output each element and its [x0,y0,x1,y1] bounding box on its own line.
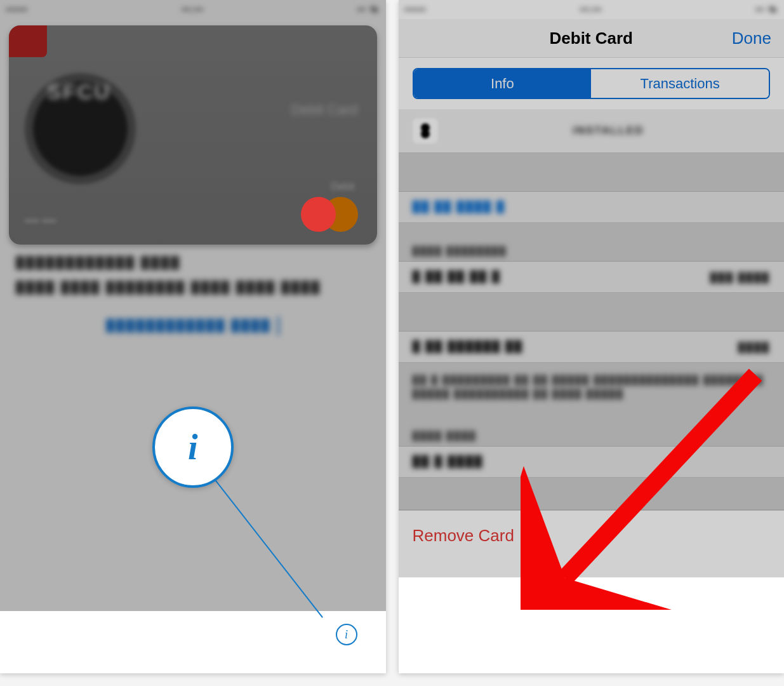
tab-info[interactable]: Info [414,69,592,98]
status-time: ••:•• [182,4,204,15]
section-header-more: ████ ████ [399,417,785,447]
status-bar: ••••• ••:•• •• % [399,0,785,19]
info-button[interactable]: i [336,624,357,645]
section-gap-2 [399,293,785,332]
card-issuer-name: SFCU [47,79,111,104]
status-carrier: ••••• [405,4,427,15]
done-button[interactable]: Done [732,29,771,48]
issuer-app-icon [413,118,438,144]
card-type-label: Debit Card [291,102,357,118]
card-details-screen: ••••• ••:•• •• % Debit Card Done Info Tr… [399,0,785,673]
issuer-app-status: INSTALLED [573,124,644,137]
issuer-app-row[interactable]: INSTALLED [399,109,785,153]
info-icon: i [345,628,348,642]
status-carrier: ••••• [6,4,29,15]
remove-card-button[interactable]: Remove Card [399,510,785,562]
mastercard-logo-icon [301,197,358,232]
section-header-card: ████ ████████ [399,223,785,262]
remove-card-label: Remove Card [413,526,514,546]
bottom-toolbar [0,611,386,673]
card-action-link[interactable]: ████████████ ████ [16,316,370,335]
device-account-footnote: ██ █ █████████ ██ ██ █████ █████████████… [399,363,785,417]
nav-title: Debit Card [550,29,633,48]
card-number-row: █ ██ ██ ██ █ ███ ████ [399,262,785,293]
info-button-callout: i [152,407,234,488]
tab-transactions[interactable]: Transactions [591,69,769,98]
card-last4: •••• •••• [25,215,56,227]
status-bar: ••••• ••:•• •• % [0,0,386,19]
nav-bar: Debit Card Done [399,19,785,58]
card-info-line-2: ████ ████ ████████ ████ ████ ████ [16,281,370,294]
card-info-line-1: ████████████ ████ [16,256,370,269]
info-icon-enlarged: i [188,427,198,467]
section-gap-1 [399,153,785,192]
card-corner-accent [9,25,47,57]
status-time: ••:•• [580,4,602,15]
terms-row[interactable]: ██ █ ████ [399,447,785,478]
contact-issuer-row[interactable]: ██ ██ ████ █ [399,192,785,223]
wallet-card-screen: ••••• ••:•• •• % SFCU Debit Card Debit •… [0,0,386,673]
status-battery: •• % [357,4,379,15]
status-battery: •• % [756,4,778,15]
segmented-control[interactable]: Info Transactions [413,68,771,99]
details-list: INSTALLED ██ ██ ████ █ ████ ████████ █ █… [399,109,785,510]
card-network-label: Debit [331,181,354,192]
device-account-row: █ ██ ██████ ██ ████ [399,332,785,363]
list-footer-space [399,562,785,587]
section-gap-3 [399,478,785,510]
credit-card-preview[interactable]: SFCU Debit Card Debit •••• •••• [9,25,377,245]
